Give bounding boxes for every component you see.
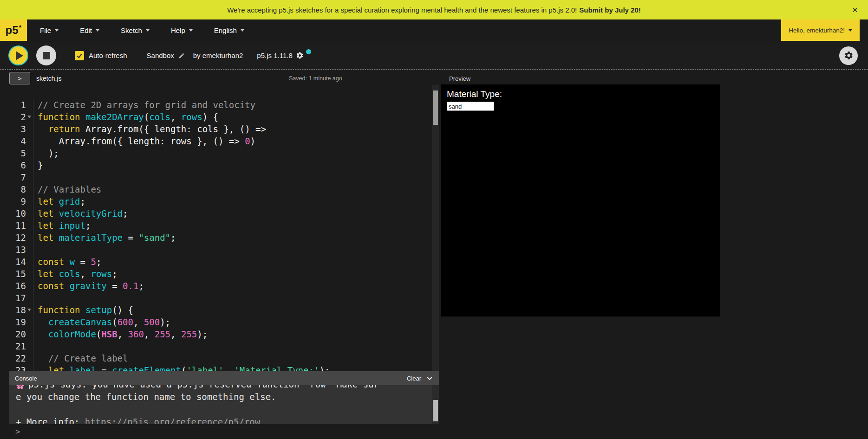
fold-marker-icon[interactable] (26, 304, 33, 316)
code-text (33, 292, 439, 304)
console-clear-button[interactable]: Clear (407, 375, 421, 382)
menu-item[interactable]: File (40, 26, 59, 34)
p5-logo[interactable]: p5* (0, 19, 27, 41)
version-gear-icon (296, 52, 304, 59)
console-title: Console (15, 375, 37, 382)
menu-item-label: File (40, 26, 51, 34)
code-line: 21 (9, 340, 439, 352)
pencil-icon[interactable] (178, 52, 185, 59)
chevron-down-icon (96, 29, 99, 32)
fold-marker-icon[interactable] (26, 268, 33, 280)
project-name[interactable]: Sandbox (147, 52, 174, 59)
code-line: 4 Array.from({ length: rows }, () => 0) (9, 135, 439, 147)
line-number: 6 (9, 159, 26, 171)
menu-item-label: Sketch (121, 26, 142, 34)
flower-icon (16, 385, 25, 390)
prompt-chevron-icon: > (15, 427, 20, 436)
stop-icon (43, 52, 50, 59)
console-prompt[interactable]: > (9, 424, 439, 439)
code-line: 23 let label = createElement('label', 'M… (9, 364, 439, 371)
fold-marker-icon[interactable] (26, 147, 33, 159)
console-line (16, 403, 439, 416)
code-editor[interactable]: 1 // Create 2D arrays for grid and veloc… (9, 85, 439, 371)
console-scrollbar-thumb[interactable] (433, 400, 438, 421)
console-scrollbar[interactable] (432, 385, 439, 424)
line-number: 21 (9, 340, 26, 352)
line-number: 7 (9, 171, 26, 183)
logo-text: p5 (6, 24, 19, 37)
fold-marker-icon[interactable] (26, 123, 33, 135)
close-icon[interactable]: × (848, 0, 861, 19)
fold-marker-icon[interactable] (26, 159, 33, 171)
menu-item[interactable]: Help (171, 26, 193, 34)
console-lines: p5.js says: you have used a p5.js reserv… (9, 385, 439, 424)
fold-marker-icon[interactable] (26, 256, 33, 268)
banner-deadline: Submit by July 20! (579, 6, 641, 14)
fold-marker-icon[interactable] (26, 280, 33, 292)
settings-button[interactable] (839, 46, 858, 65)
menu-item[interactable]: English (214, 26, 244, 34)
fold-marker-icon[interactable] (26, 328, 33, 340)
fold-marker-icon[interactable] (26, 99, 33, 111)
announcement-banner: We're accepting p5.js sketches for a spe… (0, 0, 868, 19)
code-line: 14 const w = 5; (9, 256, 439, 268)
fold-marker-icon[interactable] (26, 171, 33, 183)
code-text: } (33, 159, 439, 171)
tab-sketch-js[interactable]: sketch.js (36, 75, 61, 82)
fold-marker-icon[interactable] (26, 340, 33, 352)
account-menu-button[interactable]: Hello, emekturhan2! (781, 19, 860, 41)
line-number: 17 (9, 292, 26, 304)
version-label: p5.js 1.11.8 (257, 52, 292, 59)
fold-marker-icon[interactable] (26, 207, 33, 220)
auto-refresh-checkbox[interactable] (75, 51, 84, 60)
chevron-right-icon: > (18, 75, 21, 82)
fold-marker-icon[interactable] (26, 316, 33, 328)
fold-marker-icon[interactable] (26, 364, 33, 371)
line-number: 5 (9, 147, 26, 159)
code-line: 8 // Variables (9, 183, 439, 195)
version-picker[interactable]: p5.js 1.11.8 (257, 52, 311, 59)
account-menu-label: Hello, emekturhan2! (789, 27, 845, 34)
saved-status: Saved: 1 minute ago (289, 75, 342, 82)
p5js-web-editor: We're accepting p5.js sketches for a spe… (0, 0, 868, 439)
chevron-down-icon[interactable] (426, 374, 433, 382)
fold-marker-icon[interactable] (26, 195, 33, 207)
code-text: let label = createElement('label', 'Mate… (33, 364, 439, 371)
console-line: p5.js says: you have used a p5.js reserv… (16, 385, 439, 391)
chevron-down-icon (55, 29, 59, 32)
fold-marker-icon[interactable] (26, 111, 33, 123)
stop-button[interactable] (36, 45, 56, 65)
fold-marker-icon[interactable] (26, 244, 33, 256)
fold-marker-icon[interactable] (26, 352, 33, 364)
console-header: Console Clear (9, 371, 439, 385)
code-line: 11 let input; (9, 220, 439, 232)
notification-dot (306, 49, 311, 54)
material-type-input[interactable] (447, 102, 494, 111)
code-text: colorMode(HSB, 360, 255, 255); (33, 328, 439, 340)
line-number: 20 (9, 328, 26, 340)
menu-item[interactable]: Edit (80, 26, 99, 34)
fold-marker-icon[interactable] (26, 135, 33, 147)
fold-marker-icon[interactable] (26, 292, 33, 304)
code-line: 1 // Create 2D arrays for grid and veloc… (9, 99, 439, 111)
preview-title: Preview (449, 75, 470, 82)
chevron-down-icon (189, 29, 193, 32)
console-line: + More info: https://p5js.org/reference/… (16, 416, 439, 424)
line-number: 3 (9, 123, 26, 135)
code-line: 6 } (9, 159, 439, 171)
editor-scrollbar[interactable] (432, 85, 439, 371)
code-text: return Array.from({ length: cols }, () =… (33, 123, 439, 135)
fold-marker-icon[interactable] (26, 220, 33, 232)
fold-marker-icon[interactable] (26, 183, 33, 195)
code-text: ); (33, 147, 439, 159)
line-number: 22 (9, 352, 26, 364)
menu-item[interactable]: Sketch (121, 26, 150, 34)
line-number: 18 (9, 304, 26, 316)
code-line: 10 let velocityGrid; (9, 207, 439, 220)
editor-scrollbar-thumb[interactable] (433, 90, 438, 125)
play-button[interactable] (8, 45, 28, 65)
fold-marker-icon[interactable] (26, 232, 33, 244)
code-text: let input; (33, 220, 439, 232)
code-text (33, 244, 439, 256)
sidebar-collapse-button[interactable]: > (9, 72, 30, 84)
